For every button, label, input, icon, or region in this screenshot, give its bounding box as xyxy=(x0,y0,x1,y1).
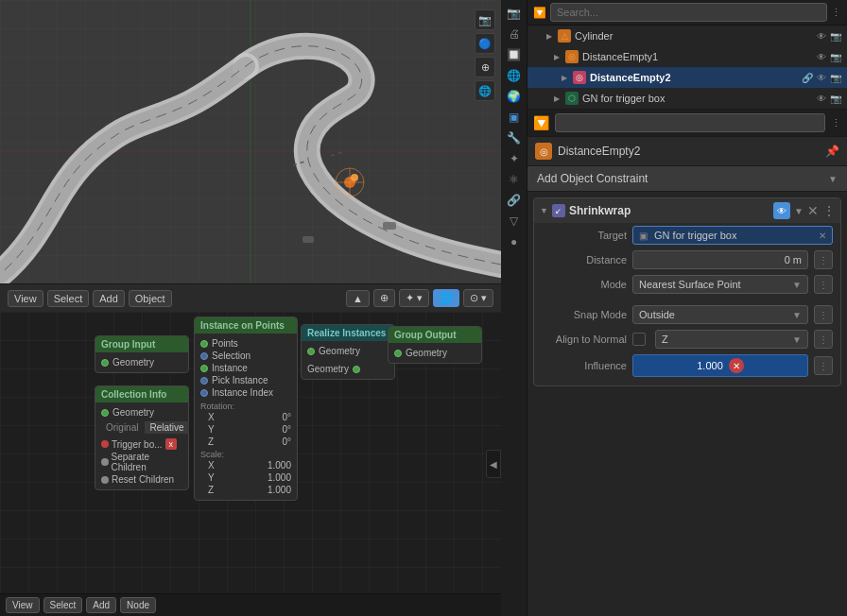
add-menu[interactable]: Add xyxy=(93,290,125,307)
realize-instances-node[interactable]: Realize Instances Geometry Geometry xyxy=(301,324,395,380)
add-constraint-chevron: ▼ xyxy=(828,174,838,184)
outliner-distance-empty-2[interactable]: ▶ ◎ DistanceEmpty2 🔗 👁 📷 xyxy=(527,67,847,88)
camera-view-icon[interactable]: 📷 xyxy=(475,9,495,30)
ci-geo-out xyxy=(101,409,109,417)
de1-arrow[interactable]: ▶ xyxy=(552,52,562,61)
mode-extra-btn[interactable]: ⋮ xyxy=(814,275,833,294)
select-label: Select xyxy=(54,293,83,304)
influence-reset-btn[interactable]: ✕ xyxy=(729,358,744,373)
outliner-gn-trigger[interactable]: ▶ ⬡ GN for trigger box 👁 📷 xyxy=(527,88,847,109)
shrinkwrap-visibility-btn[interactable]: 👁 xyxy=(773,202,790,219)
de2-eye[interactable]: 👁 xyxy=(817,73,826,83)
shrinkwrap-close-btn[interactable]: ✕ xyxy=(807,203,819,218)
constraint-expand-btn[interactable]: ▼ xyxy=(540,206,548,215)
align-axis-dropdown[interactable]: Z ▼ xyxy=(655,330,808,349)
influence-extra-btn[interactable]: ⋮ xyxy=(814,356,833,375)
de1-render[interactable]: 📷 xyxy=(830,52,841,62)
scene-icon[interactable]: 🌐 xyxy=(505,66,524,85)
node-select-btn[interactable]: Select xyxy=(43,597,83,613)
overlay-toggle[interactable]: ⊙ ▾ xyxy=(463,289,493,307)
cylinder-arrow[interactable]: ▶ xyxy=(544,31,554,41)
shrinkwrap-type-dropdown[interactable]: ▼ xyxy=(794,206,804,216)
instance-socket xyxy=(200,365,208,372)
properties-content: 🔽 ⋮ ▶ △ Cylinder 👁 📷 xyxy=(527,0,847,616)
shrinkwrap-more-btn[interactable]: ⋮ xyxy=(822,203,835,218)
influence-field[interactable]: 1.000 ✕ xyxy=(632,354,808,377)
overlay-icon[interactable]: ⊕ xyxy=(475,57,495,77)
distance-extra-btn[interactable]: ⋮ xyxy=(814,250,833,269)
node-editor[interactable]: Group Input Geometry Instance on Points … xyxy=(0,312,501,616)
de1-eye[interactable]: 👁 xyxy=(817,52,826,62)
group-output-label: Group Output xyxy=(394,330,457,340)
mode-dropdown[interactable]: Nearest Surface Point ▼ xyxy=(632,275,808,294)
physics-icon[interactable]: ⚛ xyxy=(505,170,524,189)
prop-search-input[interactable] xyxy=(555,113,825,132)
node-node-btn[interactable]: Node xyxy=(120,597,156,613)
material-icon[interactable]: ● xyxy=(505,232,524,251)
viewport-3d[interactable]: 📷 🔵 ⊕ 🌐 View Select Add Object ▲ ⊕ xyxy=(0,0,501,312)
world-icon[interactable]: 🌍 xyxy=(505,87,524,106)
pin-icon[interactable]: 📌 xyxy=(825,145,839,158)
de2-link[interactable]: 🔗 xyxy=(802,73,813,83)
trigger-x[interactable]: x xyxy=(165,438,178,450)
snap-extra-btn[interactable]: ⋮ xyxy=(814,305,833,324)
cylinder-render[interactable]: 📷 xyxy=(830,31,841,42)
object-icon[interactable]: ▣ xyxy=(505,108,524,127)
right-panel-inner: 📷 🖨 🔲 🌐 🌍 ▣ 🔧 ✦ ⚛ 🔗 ▽ ● 🔽 ⋮ xyxy=(501,0,847,616)
instance-index-label: Instance Index xyxy=(212,387,273,398)
search-input[interactable] xyxy=(550,3,827,22)
view-layer-icon[interactable]: 🔲 xyxy=(505,45,524,64)
group-output-node[interactable]: Group Output Geometry xyxy=(388,326,482,364)
node-view-btn[interactable]: View xyxy=(6,597,40,613)
data-icon[interactable]: ▽ xyxy=(505,212,524,231)
prop-filter-icon[interactable]: 🔽 xyxy=(533,115,549,130)
distance-value[interactable]: 0 m xyxy=(632,250,808,269)
mode-value: Nearest Surface Point xyxy=(639,279,741,290)
collection-info-node[interactable]: Collection Info Geometry Original Relati… xyxy=(95,385,189,490)
viewport-shading-icon[interactable]: 🔵 xyxy=(475,33,495,54)
outliner-distance-empty-1[interactable]: ▶ ◎ DistanceEmpty1 👁 📷 xyxy=(527,46,847,67)
target-value[interactable]: ▣ GN for trigger box ✕ xyxy=(632,226,833,245)
gn-arrow[interactable]: ▶ xyxy=(552,94,562,103)
transform-btn[interactable]: ⊕ xyxy=(373,289,395,307)
de2-arrow[interactable]: ▶ xyxy=(560,73,569,82)
constraints-icon[interactable]: 🔗 xyxy=(505,191,524,210)
pivot-btn[interactable]: ✦ ▾ xyxy=(399,289,429,307)
scale-z-val: 1.000 xyxy=(214,485,291,495)
node-toolbar: View Select Add Node xyxy=(0,593,501,616)
particles-icon[interactable]: ✦ xyxy=(505,149,524,168)
object-menu[interactable]: Object xyxy=(129,290,172,307)
modifier-icon[interactable]: 🔧 xyxy=(505,128,524,147)
snap-mode-dropdown[interactable]: Outside ▼ xyxy=(632,305,808,324)
render-icon[interactable]: 📷 xyxy=(505,4,524,23)
add-constraint-button[interactable]: Add Object Constraint ▼ xyxy=(527,166,847,192)
collapse-panel-btn[interactable]: ◀ xyxy=(486,450,501,478)
gn-render[interactable]: 📷 xyxy=(830,94,841,104)
align-normal-label: Align to Normal xyxy=(542,334,627,345)
obj-name-bar: ◎ DistanceEmpty2 📌 xyxy=(527,137,847,166)
select-menu[interactable]: Select xyxy=(47,290,90,307)
rot-z-val: 0° xyxy=(214,436,291,447)
outliner-cylinder[interactable]: ▶ △ Cylinder 👁 📷 xyxy=(527,26,847,46)
align-normal-checkbox[interactable] xyxy=(632,333,646,346)
target-clear-btn[interactable]: ✕ xyxy=(819,231,826,241)
move-up-btn[interactable]: ▲ xyxy=(346,290,370,307)
de2-render[interactable]: 📷 xyxy=(830,73,841,83)
scale-x-val: 1.000 xyxy=(215,460,291,471)
cylinder-eye[interactable]: 👁 xyxy=(817,31,826,42)
prop-options[interactable]: ⋮ xyxy=(831,117,841,129)
view-menu[interactable]: View xyxy=(8,290,43,307)
gizmo-icon[interactable]: 🌐 xyxy=(475,80,495,101)
align-extra-btn[interactable]: ⋮ xyxy=(814,330,833,349)
sphere-btn[interactable]: 🌐 xyxy=(433,289,459,307)
ci-relative-tab[interactable]: Relative xyxy=(145,421,188,434)
outliner-options[interactable]: ⋮ xyxy=(831,7,841,19)
group-input-node[interactable]: Group Input Geometry xyxy=(95,335,189,373)
gn-eye[interactable]: 👁 xyxy=(817,94,826,104)
ci-original-tab[interactable]: Original xyxy=(101,421,143,434)
instance-on-points-node[interactable]: Instance on Points Points Selection Inst… xyxy=(194,317,298,501)
ci-tabs: Original Relative xyxy=(101,421,182,434)
reset-children-label: Reset Children xyxy=(112,474,174,485)
output-icon[interactable]: 🖨 xyxy=(505,25,524,43)
node-add-btn[interactable]: Add xyxy=(86,597,116,613)
